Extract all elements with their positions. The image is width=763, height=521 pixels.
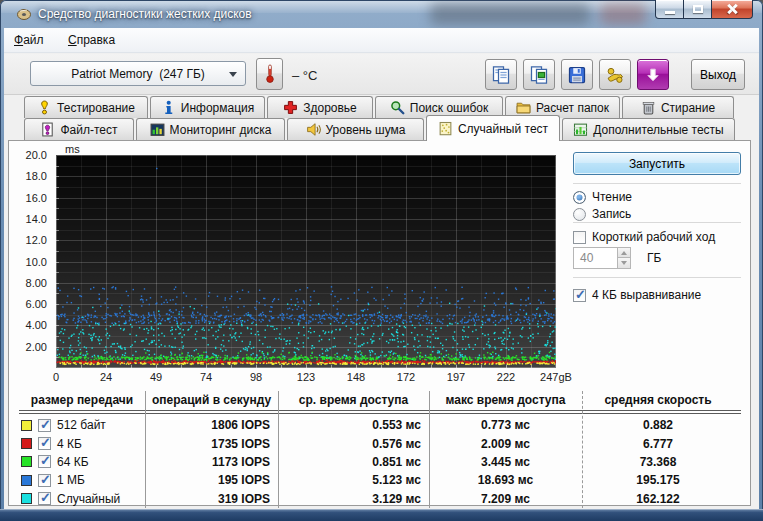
tab-additional-tests[interactable]: Дополнительные тесты: [562, 118, 735, 140]
menu-item-file[interactable]: Файл: [4, 28, 54, 47]
iops-value: 319 IOPS: [145, 492, 278, 506]
close-icon: [726, 3, 738, 15]
trash-icon: [641, 100, 656, 115]
temperature-button[interactable]: [256, 58, 283, 90]
row-label: 512 байт: [57, 418, 106, 432]
table-row: Случайный 319 IOPS 3.129 мс 7.209 мс 162…: [19, 490, 741, 508]
short-stroke-option[interactable]: Короткий рабочий ход: [573, 230, 715, 244]
drive-select[interactable]: Patriot Memory (247 ГБ): [30, 61, 246, 86]
row-label: Случайный: [57, 492, 120, 506]
exit-button[interactable]: Выход: [691, 59, 745, 90]
start-button-label: Запустить: [629, 157, 685, 171]
close-button[interactable]: [712, 0, 753, 19]
tab-strip: Тестирование Информация Здоровье Поиск о…: [24, 96, 737, 140]
save-button[interactable]: [561, 59, 593, 90]
short-stroke-checkbox[interactable]: [573, 231, 586, 244]
write-radio[interactable]: [573, 208, 586, 221]
row-checkbox[interactable]: [38, 437, 51, 450]
exit-button-label: Выход: [700, 68, 736, 82]
background-window-blur: [430, 3, 590, 25]
chevron-down-icon: [229, 72, 237, 77]
menu-item-help[interactable]: Справка: [58, 28, 125, 47]
align-4k-checkbox[interactable]: [573, 289, 586, 302]
header-iops: операций в секунду: [145, 393, 278, 407]
tab-noise-level[interactable]: Уровень шума: [287, 118, 424, 140]
row-label: 1 МБ: [57, 473, 85, 487]
y-tick-label: 18.0: [26, 170, 47, 182]
series-color-swatch: [21, 475, 32, 486]
disk-monitor-icon: [150, 122, 165, 137]
separator: [573, 183, 741, 184]
read-option[interactable]: Чтение: [573, 190, 632, 204]
header-avg-speed: средняя скорость: [582, 393, 734, 407]
align-option[interactable]: 4 КБ выравнивание: [573, 288, 701, 302]
copy-image-button[interactable]: [523, 59, 555, 90]
column-divider: [582, 391, 583, 508]
series-color-swatch: [21, 438, 32, 449]
x-tick-label: 74: [200, 371, 212, 383]
tab-label: Файл-тест: [60, 123, 117, 137]
x-tick-label: 98: [250, 371, 262, 383]
title-bar: Средство диагностики жестких дисков: [0, 0, 763, 28]
row-checkbox[interactable]: [38, 455, 51, 468]
copy-report-button[interactable]: [485, 59, 517, 90]
x-tick-label: 49: [150, 371, 162, 383]
column-divider: [429, 391, 430, 508]
avg-speed-value: 6.777: [582, 437, 734, 451]
row-checkbox[interactable]: [38, 492, 51, 505]
write-option[interactable]: Запись: [573, 207, 631, 221]
iops-value: 195 IOPS: [145, 473, 278, 487]
folder-icon: [516, 100, 531, 115]
menu-bar: Файл Справка: [4, 28, 759, 53]
tab-information[interactable]: Информация: [150, 96, 265, 118]
max-access-value: 2.009 мс: [429, 437, 582, 451]
avg-speed-value: 0.882: [582, 418, 734, 432]
tab-row-1: Тестирование Информация Здоровье Поиск о…: [24, 96, 737, 118]
series-color-swatch: [21, 493, 32, 504]
tab-row-2: Файл-тест Мониторинг диска Уровень шума …: [24, 118, 737, 140]
tab-file-test[interactable]: Файл-тест: [24, 118, 134, 140]
avg-speed-value: 162.122: [582, 492, 734, 506]
random-test-page: ms 20.018.016.014.012.010.08.006.004.002…: [8, 140, 751, 506]
x-tick-label: 247gB: [540, 371, 572, 383]
arrow-down-icon: [621, 261, 627, 265]
x-tick-label: 24: [100, 371, 112, 383]
tab-random-test[interactable]: Случайный тест: [426, 115, 560, 141]
y-axis-labels: 20.018.016.014.012.010.08.006.004.002.00: [9, 155, 52, 368]
tab-label: Уровень шума: [326, 123, 406, 137]
separator: [573, 277, 741, 278]
iops-value: 1735 IOPS: [145, 437, 278, 451]
tab-label: Случайный тест: [458, 122, 548, 136]
temperature-label: – °C: [292, 68, 317, 83]
avg-speed-value: 195.175: [582, 473, 734, 487]
separator: [573, 222, 741, 223]
start-button[interactable]: Запустить: [573, 152, 741, 175]
tab-testing[interactable]: Тестирование: [24, 96, 148, 118]
avg-access-value: 0.553 мс: [278, 418, 429, 432]
row-checkbox[interactable]: [38, 419, 51, 432]
spinner-up-button[interactable]: [617, 247, 631, 258]
size-input[interactable]: 40: [573, 247, 617, 269]
minimize-button[interactable]: [655, 0, 684, 19]
tab-disk-monitor[interactable]: Мониторинг диска: [136, 118, 285, 140]
row-checkbox[interactable]: [38, 474, 51, 487]
y-tick-label: 10.0: [26, 256, 47, 268]
align-4k-label: 4 КБ выравнивание: [592, 288, 701, 302]
x-axis-labels: 024497498123148172197222247gB: [56, 371, 576, 385]
thermometer-icon: [264, 63, 276, 85]
spinner-down-button[interactable]: [617, 258, 631, 269]
tab-label: Тестирование: [57, 101, 135, 115]
header-rule: [19, 410, 741, 414]
read-radio[interactable]: [573, 191, 586, 204]
max-access-value: 0.773 мс: [429, 418, 582, 432]
y-tick-label: 12.0: [26, 234, 47, 246]
tab-health[interactable]: Здоровье: [267, 96, 373, 118]
x-tick-label: 197: [447, 371, 465, 383]
file-test-icon: [40, 122, 55, 137]
maximize-button[interactable]: [684, 0, 712, 19]
download-button[interactable]: [637, 59, 669, 90]
tab-erase[interactable]: Стирание: [622, 96, 734, 118]
tools-button[interactable]: [599, 59, 631, 90]
iops-value: 1173 IOPS: [145, 455, 278, 469]
toolbar-buttons: Выход: [485, 59, 745, 90]
